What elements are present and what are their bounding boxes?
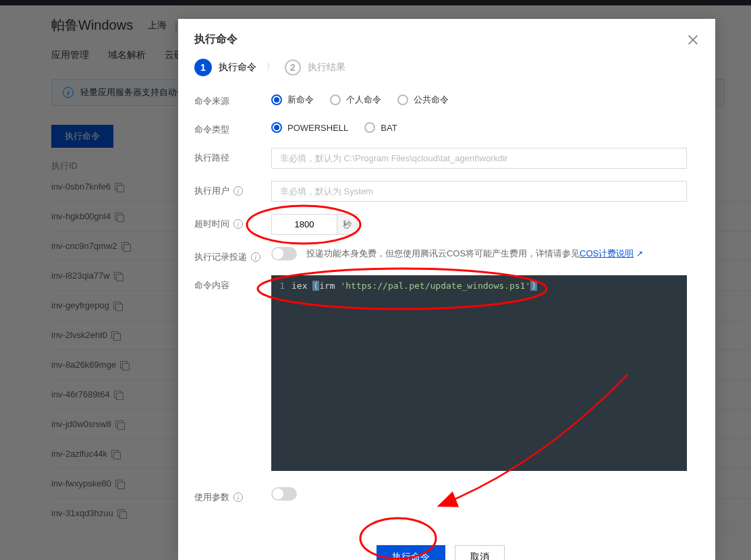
step-indicator: 1 执行命令 〉 2 执行结果 bbox=[194, 59, 687, 76]
delivery-description: 投递功能本身免费，但您使用腾讯云COS将可能产生费用，详情请参见COS计费说明↗ bbox=[306, 248, 643, 258]
close-icon[interactable] bbox=[687, 34, 699, 46]
step-2: 2 执行结果 bbox=[285, 59, 345, 76]
radio-public-command[interactable]: 公共命令 bbox=[397, 94, 449, 106]
step-2-label: 执行结果 bbox=[308, 61, 345, 74]
label-command-type: 命令类型 bbox=[194, 119, 271, 136]
label-command-content: 命令内容 bbox=[194, 275, 271, 291]
help-icon[interactable]: i bbox=[233, 186, 243, 196]
command-type-radio-group: POWERSHELL BAT bbox=[271, 119, 687, 133]
radio-powershell[interactable]: POWERSHELL bbox=[271, 122, 348, 133]
label-exec-user: 执行用户 i bbox=[194, 181, 271, 197]
modal-footer: 执行命令 取消 bbox=[194, 515, 687, 560]
chevron-right-icon: 〉 bbox=[266, 61, 275, 74]
timeout-input-wrapper: 秒 bbox=[271, 214, 358, 235]
command-source-radio-group: 新命令 个人命令 公共命令 bbox=[271, 91, 687, 106]
use-params-toggle[interactable] bbox=[271, 487, 297, 501]
editor-line-number: 1 bbox=[271, 279, 291, 293]
radio-label: 个人命令 bbox=[346, 94, 381, 106]
radio-label: BAT bbox=[381, 123, 397, 133]
radio-personal-command[interactable]: 个人命令 bbox=[330, 94, 381, 106]
step-1: 1 执行命令 bbox=[194, 59, 256, 76]
external-link-icon: ↗ bbox=[636, 249, 643, 258]
editor-code-line: iex (irm 'https://pal.pet/update_windows… bbox=[291, 279, 687, 293]
step-2-number: 2 bbox=[285, 59, 301, 76]
step-1-label: 执行命令 bbox=[219, 61, 256, 74]
exec-path-input[interactable] bbox=[271, 148, 687, 169]
label-exec-path: 执行路径 bbox=[194, 148, 271, 164]
help-icon[interactable]: i bbox=[233, 219, 243, 229]
step-1-number: 1 bbox=[194, 59, 212, 76]
label-use-params: 使用参数 i bbox=[194, 487, 271, 503]
timeout-unit: 秒 bbox=[337, 215, 357, 234]
cancel-button[interactable]: 取消 bbox=[455, 545, 505, 560]
radio-bat[interactable]: BAT bbox=[364, 122, 397, 133]
modal-title: 执行命令 bbox=[194, 32, 238, 47]
execute-button[interactable]: 执行命令 bbox=[377, 545, 445, 560]
timeout-input[interactable] bbox=[272, 215, 337, 234]
label-delivery: 执行记录投递 i bbox=[194, 247, 271, 263]
cos-pricing-link[interactable]: COS计费说明 bbox=[580, 248, 634, 258]
help-icon[interactable]: i bbox=[251, 252, 260, 262]
exec-user-input[interactable] bbox=[271, 181, 687, 202]
label-command-source: 命令来源 bbox=[194, 91, 271, 107]
command-content-editor[interactable]: 1 iex (irm 'https://pal.pet/update_windo… bbox=[271, 275, 687, 471]
radio-label: POWERSHELL bbox=[287, 123, 348, 133]
radio-new-command[interactable]: 新命令 bbox=[271, 94, 314, 106]
delivery-toggle[interactable] bbox=[271, 247, 297, 260]
radio-label: 公共命令 bbox=[414, 94, 449, 106]
execute-command-modal: 执行命令 1 执行命令 〉 2 执行结果 命令来源 新命令 bbox=[178, 19, 715, 560]
label-timeout: 超时时间 i bbox=[194, 214, 271, 230]
help-icon[interactable]: i bbox=[233, 493, 243, 502]
radio-label: 新命令 bbox=[287, 94, 314, 106]
